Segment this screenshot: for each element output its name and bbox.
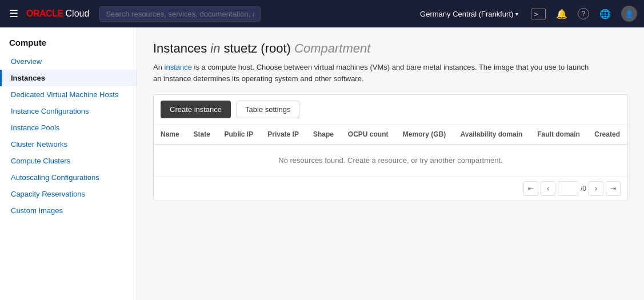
table-settings-button[interactable]: Table settings — [237, 101, 299, 118]
oracle-logo: ORACLE Cloud — [26, 9, 89, 19]
pagination-page-input[interactable] — [558, 181, 578, 196]
table-toolbar: Create instance Table settings — [154, 95, 627, 125]
sidebar: Compute Overview Instances Dedicated Vir… — [0, 27, 137, 300]
region-label: Germany Central (Frankfurt) — [420, 10, 513, 18]
page-title-compartment-label: Compartment — [294, 41, 370, 55]
region-selector[interactable]: Germany Central (Frankfurt) ▾ — [420, 10, 518, 18]
col-header-created: Created — [587, 125, 627, 145]
sidebar-item-cluster-networks[interactable]: Cluster Networks — [0, 136, 137, 153]
terminal-icon[interactable]: >_ — [531, 9, 546, 19]
sidebar-item-capacity-reservations[interactable]: Capacity Reservations — [0, 186, 137, 202]
col-header-memory-gb: Memory (GB) — [396, 125, 454, 145]
hamburger-menu-icon[interactable]: ☰ — [7, 5, 21, 22]
instances-table: Name State Public IP Private IP Shape OC… — [154, 125, 627, 176]
col-header-state: State — [186, 125, 217, 145]
sidebar-item-compute-clusters[interactable]: Compute Clusters — [0, 153, 137, 169]
col-header-shape: Shape — [306, 125, 341, 145]
page-title-compartment-name: stuetz (root) — [224, 41, 291, 55]
table-body: No resources found. Create a resource, o… — [154, 145, 627, 177]
sidebar-item-dedicated-vm-hosts[interactable]: Dedicated Virtual Machine Hosts — [0, 86, 137, 103]
pagination-prev-button[interactable]: ‹ — [541, 181, 555, 196]
page-title-in: in — [210, 41, 220, 55]
pagination-first-button[interactable]: ⇤ — [523, 181, 538, 196]
col-header-availability-domain: Availability domain — [454, 125, 531, 145]
col-header-name: Name — [154, 125, 186, 145]
app-layout: Compute Overview Instances Dedicated Vir… — [0, 27, 644, 300]
sidebar-item-instance-pools[interactable]: Instance Pools — [0, 119, 137, 136]
pagination-bar: ⇤ ‹ /0 › ⇥ — [154, 176, 627, 201]
sidebar-section-title: Compute — [0, 34, 137, 53]
page-title: Instances in stuetz (root) Compartment — [153, 41, 628, 56]
top-navigation: ☰ ORACLE Cloud Germany Central (Frankfur… — [0, 0, 644, 27]
col-header-ocpu-count: OCPU count — [341, 125, 396, 145]
sidebar-item-autoscaling[interactable]: Autoscaling Configurations — [0, 169, 137, 186]
sidebar-item-custom-images[interactable]: Custom Images — [0, 202, 137, 219]
page-title-main: Instances — [153, 41, 207, 55]
oracle-wordmark: ORACLE — [26, 9, 63, 19]
col-header-private-ip: Private IP — [261, 125, 306, 145]
help-icon[interactable]: ? — [578, 8, 589, 19]
pagination-last-button[interactable]: ⇥ — [606, 181, 621, 196]
empty-state-message: No resources found. Create a resource, o… — [154, 145, 627, 177]
chevron-down-icon: ▾ — [515, 11, 518, 17]
instances-table-container: Create instance Table settings Name Stat… — [153, 94, 628, 201]
pagination-total: /0 — [581, 185, 586, 193]
empty-state-row: No resources found. Create a resource, o… — [154, 145, 627, 177]
main-content: Instances in stuetz (root) Compartment A… — [137, 27, 644, 300]
page-description: An instance is a compute host. Choose be… — [153, 62, 599, 84]
sidebar-item-instance-configurations[interactable]: Instance Configurations — [0, 103, 137, 119]
cloud-wordmark: Cloud — [66, 9, 90, 19]
sidebar-item-instances[interactable]: Instances — [0, 70, 137, 86]
create-instance-button[interactable]: Create instance — [161, 101, 231, 118]
user-avatar[interactable]: 👤 — [621, 6, 637, 22]
bell-icon[interactable]: 🔔 — [556, 9, 567, 19]
instance-doc-link[interactable]: instance — [165, 63, 192, 71]
col-header-fault-domain: Fault domain — [530, 125, 587, 145]
topnav-action-icons: >_ 🔔 ? 🌐 👤 — [531, 6, 637, 22]
globe-icon[interactable]: 🌐 — [599, 9, 611, 19]
global-search-input[interactable] — [99, 6, 260, 22]
sidebar-item-overview[interactable]: Overview — [0, 53, 137, 70]
pagination-next-button[interactable]: › — [589, 181, 603, 196]
col-header-public-ip: Public IP — [218, 125, 261, 145]
table-header: Name State Public IP Private IP Shape OC… — [154, 125, 627, 145]
